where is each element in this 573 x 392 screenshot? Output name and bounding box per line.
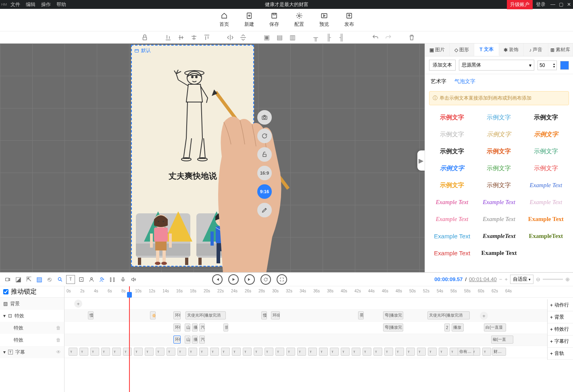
camera-icon[interactable] [257,110,272,125]
align-center-icon[interactable] [190,34,198,41]
subtitle-clip[interactable]: T [79,348,88,356]
subtitle-clip[interactable]: T [123,348,132,356]
tab-lib[interactable]: ⊞素材库 [548,44,573,56]
subtitle-clip[interactable]: T [439,348,448,356]
collapse-icon[interactable]: ▾ [3,313,6,319]
text-tool-icon[interactable]: T [66,275,75,284]
add-特效行[interactable]: +特效行 [548,323,573,336]
text-sample-23[interactable]: ExampleText [525,230,567,242]
layer-3-icon[interactable]: ▥ [289,34,296,41]
skip-back-button[interactable] [212,274,223,285]
clip[interactable]: 环绕 [173,323,181,332]
subtitle-clip[interactable]: T [90,348,99,356]
publish-button[interactable]: 发布 [344,12,354,28]
save-button[interactable]: 保存 [269,12,279,28]
distribute-3-icon[interactable]: ╢ [338,34,345,41]
text-sample-13[interactable]: 示例文字 [477,179,520,191]
eye-icon[interactable]: 👁 [56,349,61,355]
clip[interactable]: 白(一直显 [484,323,506,332]
color-picker[interactable] [560,61,569,70]
text-sample-0[interactable]: 示例文字 [431,112,473,123]
text-sample-11[interactable]: 示例文字 [525,163,567,174]
redo-icon[interactable] [385,34,392,41]
zoom-out-2-icon[interactable]: ⊖ [536,276,540,282]
tl-icon-2[interactable]: ◪ [14,275,23,284]
subtab-bubble-text[interactable]: 气泡文字 [454,78,475,85]
record-icon[interactable] [3,275,12,284]
distribute-v-icon[interactable]: ╟ [325,34,332,41]
unlock-icon[interactable] [257,147,272,162]
refresh-icon[interactable] [257,129,272,143]
clip[interactable]: 播 [192,323,198,332]
text-sample-16[interactable]: Example Text [477,196,520,208]
add-clip-button[interactable]: + [480,312,488,320]
person-add-icon[interactable] [98,275,106,284]
clip[interactable]: 环绕 [271,311,280,319]
track-bg[interactable]: + [65,298,573,310]
push-lock-checkbox[interactable] [3,289,8,294]
text-sample-20[interactable]: Example Text [525,213,567,225]
clip[interactable]: 箭 [223,323,228,332]
font-select[interactable]: 思源黑体▾ [459,60,534,71]
text-sample-8[interactable]: 示例文字 [525,146,567,157]
add-动作行[interactable]: +动作行 [548,299,573,311]
subtitle-clip[interactable]: T [450,348,458,356]
layer-2-icon[interactable]: ▤ [276,34,283,41]
login-button[interactable]: 登录 [533,1,549,8]
home-button[interactable]: 首页 [219,12,229,28]
clip[interactable]: 山 [185,336,190,344]
subtitle-clip[interactable]: T [482,348,491,356]
text-sample-9[interactable]: 示例文字 [431,163,473,174]
play-button[interactable] [228,274,239,285]
undo-icon[interactable] [372,34,379,41]
subtitle-clip[interactable]: T [417,348,426,356]
delete-icon[interactable] [408,34,415,41]
ratio-9-16-button[interactable]: 9:16 [257,184,272,199]
maximize-button[interactable]: ▢ [557,2,565,7]
tab-img[interactable]: ▣图片 [425,44,450,56]
subtitle-clip[interactable]: 你有… [458,348,474,356]
track-fx-1[interactable]: 环绕山播汽箭弯(播放完2播放白(一直显 [65,322,573,334]
text-sample-10[interactable]: 示例文字 [477,163,520,174]
menu-文件[interactable]: 文件 [10,1,20,8]
skip-fwd-button[interactable] [244,274,255,285]
mic-icon[interactable] [119,275,127,284]
tab-text[interactable]: T文本 [474,44,499,56]
fit-select[interactable]: 自适应▾ [510,275,533,284]
text-sample-6[interactable]: 示例文字 [431,146,473,157]
align-top-icon[interactable] [203,34,210,41]
menu-编辑[interactable]: 编辑 [26,1,35,8]
subtitle-clip[interactable]: 财… [492,348,506,356]
text-sample-3[interactable]: 示例文字 [431,129,473,140]
panel-collapse-button[interactable]: ▶ [417,150,425,171]
tab-shape[interactable]: ◇图形 [450,44,474,56]
clip[interactable]: 慢 [88,311,94,319]
subtitle-clip[interactable]: T [308,348,317,356]
clip[interactable]: 山 [185,323,190,332]
menu-帮助[interactable]: 帮助 [56,1,66,8]
text-sample-17[interactable]: Example Text [525,196,567,208]
text-sample-5[interactable]: 示例文字 [525,129,567,140]
pencil-icon[interactable] [257,203,272,217]
tl-icon-8[interactable]: ⊡ [77,275,85,284]
text-sample-2[interactable]: 示例文字 [525,112,567,123]
close-button[interactable]: ✕ [565,2,573,7]
add-音轨[interactable]: +音轨 [548,348,573,360]
subtitle-clip[interactable]: T [352,348,360,356]
playhead[interactable] [129,286,130,392]
trash-icon[interactable]: 🗑 [56,325,61,331]
tab-sound[interactable]: ♪声音 [524,44,548,56]
text-sample-1[interactable]: 示例文字 [477,112,520,123]
tl-icon-3[interactable]: ⇱ [24,275,33,284]
subtitle-clip[interactable]: T [134,348,143,356]
subtitle-clip[interactable]: T [286,348,295,356]
subtitle-clip[interactable]: T [156,348,165,356]
layer-1-icon[interactable]: ▣ [263,34,270,41]
clip[interactable]: 环绕 [173,336,181,344]
text-sample-22[interactable]: ExampleText [477,230,520,242]
subtitle-clip[interactable]: T [188,348,197,356]
collapse-icon[interactable]: ▾ [3,349,6,355]
font-size-input[interactable]: 50▴▾ [538,60,557,70]
subtitle-clip[interactable]: T [275,348,284,356]
clip[interactable]: 播放 [452,323,464,332]
